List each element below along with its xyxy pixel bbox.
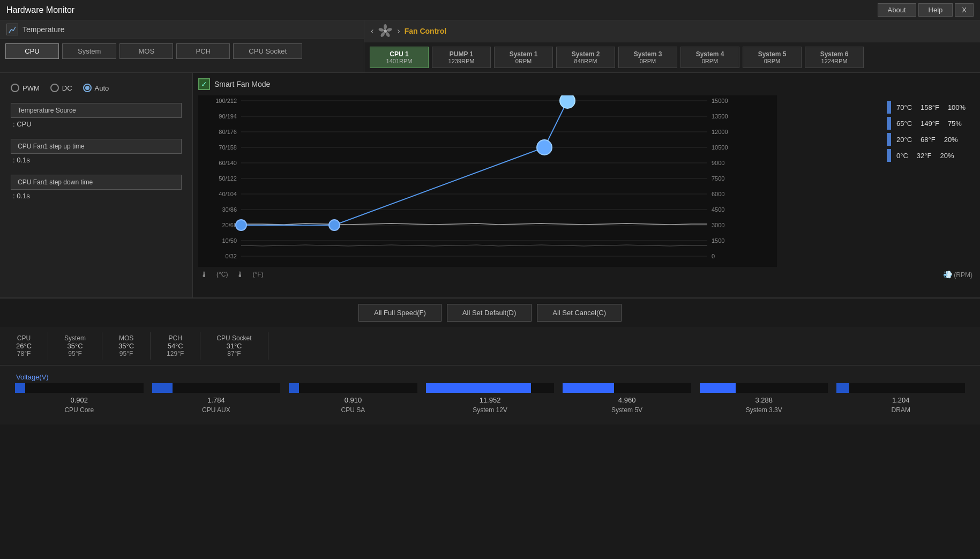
help-button[interactable]: Help xyxy=(918,3,953,17)
svg-point-0 xyxy=(384,29,387,33)
voltage-value-system-5v: 4.960 xyxy=(563,396,691,404)
legend-bar-3 xyxy=(887,133,891,146)
voltage-value-cpu-core: 0.902 xyxy=(15,396,144,404)
fan-name-system6: System 6 xyxy=(814,50,855,58)
fan-item-system6[interactable]: System 6 1224RPM xyxy=(805,47,864,68)
temp-c-pch: 54°C xyxy=(167,342,184,350)
voltage-bar-system-12v xyxy=(426,383,555,393)
svg-text:80/176: 80/176 xyxy=(219,129,237,135)
svg-text:50/122: 50/122 xyxy=(219,175,237,182)
svg-text:10500: 10500 xyxy=(712,144,728,151)
fan-item-system2[interactable]: System 2 848RPM xyxy=(556,47,615,68)
temp-reading-pch: PCH 54°C 129°F xyxy=(151,332,200,360)
tab-mos[interactable]: MOS xyxy=(119,43,173,59)
temp-f-pch: 129°F xyxy=(167,350,184,357)
svg-text:0/32: 0/32 xyxy=(226,253,237,259)
legend-temps-3: 20°C 68°F 20% xyxy=(896,136,958,144)
svg-text:10/50: 10/50 xyxy=(222,237,237,244)
legend-temp-c-3: 20°C xyxy=(896,136,912,144)
fan-item-system5[interactable]: System 5 0RPM xyxy=(743,47,802,68)
svg-point-5 xyxy=(378,27,384,32)
temperature-panel: Temperature CPU System MOS PCH CPU Socke… xyxy=(0,20,364,72)
fan-nav-next[interactable]: › xyxy=(397,26,400,36)
legend-item-4: 0°C 32°F 20% xyxy=(887,149,975,162)
fan-item-system1[interactable]: System 1 0RPM xyxy=(494,47,553,68)
step-down-button[interactable]: CPU Fan1 step down time xyxy=(11,175,182,190)
smart-fan-checkbox[interactable]: ✓ xyxy=(198,78,210,90)
temperature-panel-title: Temperature xyxy=(23,25,65,34)
legend-bar-1 xyxy=(887,101,891,114)
fan-item-system4[interactable]: System 4 0RPM xyxy=(680,47,739,68)
voltage-value-system-12v: 11.952 xyxy=(426,396,555,404)
temp-c-cpu-socket: 31°C xyxy=(216,342,251,350)
fan-rpm-system6: 1224RPM xyxy=(814,58,855,64)
voltage-item-system-5v: 4.960 System 5V xyxy=(558,383,695,414)
fan-name-system3: System 3 xyxy=(627,50,668,58)
chart-legend: 70°C 158°F 100% 65°C 149°F 75% xyxy=(878,95,975,267)
temperature-tabs: CPU System MOS PCH CPU Socket xyxy=(0,39,364,63)
voltage-value-dram: 1.204 xyxy=(836,396,965,404)
voltage-section-label: Voltage(V) xyxy=(11,369,969,383)
svg-text:90/194: 90/194 xyxy=(219,113,237,120)
fan-rpm-system2: 848RPM xyxy=(565,58,606,64)
step-down-group: CPU Fan1 step down time : 0.1s xyxy=(11,175,182,202)
about-button[interactable]: About xyxy=(878,3,916,17)
temp-c-mos: 35°C xyxy=(118,342,134,350)
radio-dc[interactable]: DC xyxy=(50,84,72,92)
voltage-item-cpu-core: 0.902 CPU Core xyxy=(11,383,148,414)
tab-pch[interactable]: PCH xyxy=(176,43,230,59)
step-up-button[interactable]: CPU Fan1 step up time xyxy=(11,139,182,154)
all-set-default-button[interactable]: All Set Default(D) xyxy=(447,304,532,322)
voltage-bars: 0.902 CPU Core 1.784 CPU AUX 0.910 CPU S… xyxy=(11,383,969,414)
all-full-speed-button[interactable]: All Full Speed(F) xyxy=(358,304,442,322)
svg-text:1500: 1500 xyxy=(712,237,724,244)
chart-svg: 100/212 90/194 80/176 70/158 60/140 50/1… xyxy=(198,95,878,267)
fan-rpm-cpu1: 1401RPM xyxy=(379,58,420,64)
fan-item-cpu1[interactable]: CPU 1 1401RPM xyxy=(370,47,429,68)
svg-point-42 xyxy=(537,140,552,155)
voltage-bar-cpu-core xyxy=(15,383,144,393)
radio-pwm[interactable]: PWM xyxy=(11,84,40,92)
legend-bar-2 xyxy=(887,117,891,130)
temp-reading-system: System 35°C 95°F xyxy=(48,332,102,360)
voltage-item-dram: 1.204 DRAM xyxy=(832,383,969,414)
middle-section: PWM DC Auto Temperature Source : CPU CPU… xyxy=(0,73,980,298)
svg-point-40 xyxy=(236,220,246,230)
legend-pct-4: 20% xyxy=(940,152,954,160)
temp-c-system: 35°C xyxy=(64,342,86,350)
legend-temp-f-1: 158°F xyxy=(921,103,939,111)
temperature-source-group: Temperature Source : CPU xyxy=(11,103,182,130)
temperature-readings: CPU 26°C 78°F System 35°C 95°F MOS 35°C … xyxy=(11,332,969,360)
controls-panel: PWM DC Auto Temperature Source : CPU CPU… xyxy=(0,73,193,297)
fan-icon xyxy=(378,24,393,39)
tab-system[interactable]: System xyxy=(62,43,116,59)
temperature-source-button[interactable]: Temperature Source xyxy=(11,103,182,118)
app-title: Hardware Monitor xyxy=(6,5,74,15)
fan-item-pump1[interactable]: PUMP 1 1239RPM xyxy=(432,47,491,68)
voltage-bar-cpu-sa xyxy=(289,383,417,393)
tab-cpu[interactable]: CPU xyxy=(5,43,59,59)
fan-control-panel: ‹ › Fan Control CPU 1 1401RPM PUMP 1 123… xyxy=(364,20,980,72)
fan-rpm-system1: 0RPM xyxy=(503,58,544,64)
fan-name-cpu1: CPU 1 xyxy=(379,50,420,58)
chart-area: ✓ Smart Fan Mode xyxy=(193,73,980,297)
legend-temp-c-1: 70°C xyxy=(896,103,912,111)
svg-text:3000: 3000 xyxy=(712,222,724,228)
radio-circle-auto xyxy=(83,84,92,92)
temp-f-mos: 95°F xyxy=(118,350,134,357)
smart-fan-title: Smart Fan Mode xyxy=(214,80,270,88)
close-button[interactable]: X xyxy=(955,3,974,17)
all-set-cancel-button[interactable]: All Set Cancel(C) xyxy=(537,304,622,322)
fan-nav-prev[interactable]: ‹ xyxy=(371,26,373,36)
radio-label-auto: Auto xyxy=(95,84,109,92)
svg-text:70/158: 70/158 xyxy=(219,144,237,151)
title-bar-buttons: About Help X xyxy=(878,3,974,17)
fan-item-system3[interactable]: System 3 0RPM xyxy=(618,47,677,68)
fan-name-pump1: PUMP 1 xyxy=(441,50,482,58)
svg-rect-6 xyxy=(198,95,777,267)
voltage-value-system-33v: 3.288 xyxy=(700,396,828,404)
radio-auto[interactable]: Auto xyxy=(83,84,109,92)
bottom-temperature-section: CPU 26°C 78°F System 35°C 95°F MOS 35°C … xyxy=(0,327,980,366)
tab-cpu-socket[interactable]: CPU Socket xyxy=(233,43,302,59)
svg-text:100/212: 100/212 xyxy=(215,98,237,104)
